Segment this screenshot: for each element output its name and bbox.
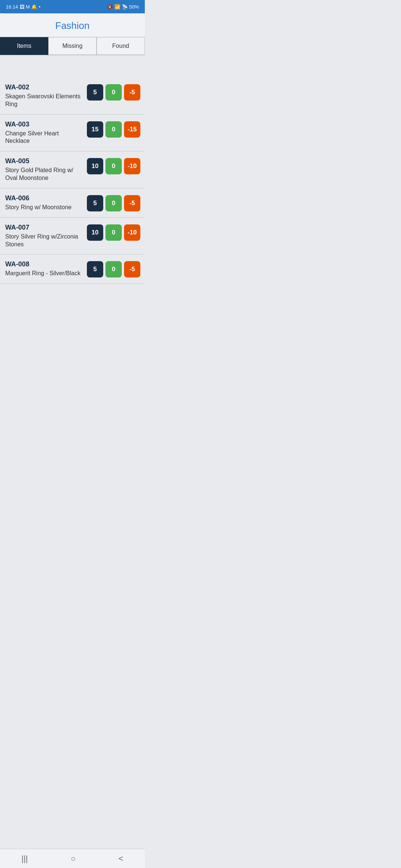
item-name: Story Silver Ring w/Zirconia Stones	[5, 233, 83, 249]
page-title: Fashion	[4, 20, 141, 32]
tab-items[interactable]: Items	[0, 37, 48, 55]
found-badge: 0	[105, 158, 122, 174]
item-name: Change Silver Heart Necklace	[5, 130, 83, 145]
item-name: Marguerit Ring - Silver/Black	[5, 270, 83, 277]
list-item[interactable]: WA-006 Story Ring w/ Moonstone 5 0 -5	[0, 188, 145, 218]
list-item[interactable]: WA-008 Marguerit Ring - Silver/Black 5 0…	[0, 254, 145, 284]
item-code: WA-008	[5, 260, 83, 268]
signal-icon: 📡	[122, 4, 128, 10]
item-code: WA-006	[5, 194, 83, 202]
item-badges: 5 0 -5	[87, 260, 140, 277]
found-badge: 0	[105, 195, 122, 211]
list-item[interactable]: WA-003 Change Silver Heart Necklace 15 0…	[0, 115, 145, 152]
item-code: WA-003	[5, 121, 83, 128]
status-left: 16.14 🖼 M 🔔 •	[6, 4, 40, 10]
item-badges: 10 0 -10	[87, 224, 140, 241]
count-badge: 10	[87, 158, 103, 174]
found-badge: 0	[105, 84, 122, 101]
item-info: WA-005 Story Gold Plated Ring w/ Oval Mo…	[5, 157, 87, 182]
count-badge: 5	[87, 261, 103, 277]
list-item[interactable]: WA-005 Story Gold Plated Ring w/ Oval Mo…	[0, 151, 145, 188]
item-name: Story Ring w/ Moonstone	[5, 204, 83, 211]
item-code: WA-005	[5, 157, 83, 165]
mute-icon: 🔇	[107, 4, 113, 10]
diff-badge: -10	[124, 158, 140, 174]
tab-bar: Items Missing Found	[0, 37, 145, 55]
wifi-icon: 📶	[114, 4, 120, 10]
item-info: WA-007 Story Silver Ring w/Zirconia Ston…	[5, 224, 87, 249]
item-info: WA-003 Change Silver Heart Necklace	[5, 121, 87, 145]
item-badges: 10 0 -10	[87, 157, 140, 174]
item-code: WA-007	[5, 224, 83, 231]
tab-missing[interactable]: Missing	[48, 37, 97, 55]
notification-icon: 🔔	[31, 4, 37, 10]
status-bar: 16.14 🖼 M 🔔 • 🔇 📶 📡 50%	[0, 0, 145, 13]
diff-badge: -5	[124, 261, 140, 277]
item-name: Story Gold Plated Ring w/ Oval Moonstone	[5, 167, 83, 182]
found-badge: 0	[105, 261, 122, 277]
diff-badge: -5	[124, 84, 140, 101]
count-badge: 5	[87, 84, 103, 101]
diff-badge: -10	[124, 224, 140, 241]
found-badge: 0	[105, 224, 122, 241]
count-badge: 5	[87, 195, 103, 211]
diff-badge: -5	[124, 195, 140, 211]
time-display: 16.14	[6, 4, 18, 10]
mail-icon: M	[26, 4, 30, 10]
item-list: WA-002 Skagen Swarovski Elements Ring 5 …	[0, 78, 145, 284]
list-item[interactable]: WA-002 Skagen Swarovski Elements Ring 5 …	[0, 78, 145, 115]
diff-badge: -15	[124, 121, 140, 138]
photo-icon: 🖼	[20, 4, 25, 10]
app-header: Fashion	[0, 13, 145, 37]
found-badge: 0	[105, 121, 122, 138]
status-right: 🔇 📶 📡 50%	[107, 4, 139, 10]
tab-found[interactable]: Found	[97, 37, 145, 55]
item-name: Skagen Swarovski Elements Ring	[5, 93, 83, 108]
count-badge: 15	[87, 121, 103, 138]
item-info: WA-002 Skagen Swarovski Elements Ring	[5, 83, 87, 108]
count-badge: 10	[87, 224, 103, 241]
battery-display: 50%	[129, 4, 139, 10]
item-badges: 5 0 -5	[87, 194, 140, 211]
item-info: WA-006 Story Ring w/ Moonstone	[5, 194, 87, 211]
dot-icon: •	[39, 4, 40, 10]
list-item[interactable]: WA-007 Story Silver Ring w/Zirconia Ston…	[0, 218, 145, 255]
item-badges: 15 0 -15	[87, 121, 140, 138]
filter-area	[0, 55, 145, 78]
item-badges: 5 0 -5	[87, 83, 140, 101]
item-info: WA-008 Marguerit Ring - Silver/Black	[5, 260, 87, 277]
item-code: WA-002	[5, 83, 83, 91]
